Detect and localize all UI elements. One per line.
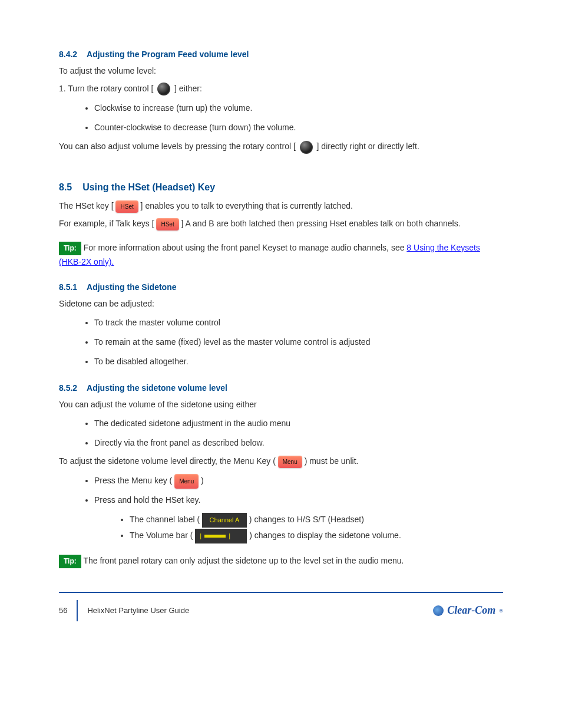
sidetone-options-list: To track the master volume control To re… <box>94 315 503 369</box>
logo-text: Clear-Com <box>447 604 495 617</box>
section-title: Adjusting the Sidetone <box>87 282 176 292</box>
adjust-method-list: The dedicated sidetone adjustment in the… <box>94 416 503 450</box>
section-8-4-2-header: 8.4.2 Adjusting the Program Feed volume … <box>59 50 503 59</box>
registered-trademark-icon: ® <box>499 608 503 614</box>
tip-badge: Tip: <box>59 555 81 568</box>
step-1-prefix: 1. Turn the rotary control [ <box>59 84 153 93</box>
page-info: 56 HelixNet Partyline User Guide <box>59 600 189 621</box>
list-item: To remain at the same (fixed) level as t… <box>94 334 503 350</box>
step-1-suffix: ] either: <box>174 84 202 93</box>
hset-line-2: For example, if Talk keys [ HSet ] A and… <box>59 218 503 230</box>
list-item: Press and hold the HSet key. <box>94 492 503 508</box>
globe-icon <box>433 605 444 616</box>
hset-key-icon: HSet <box>156 218 178 230</box>
section-title: Adjusting the sidetone volume level <box>87 383 227 393</box>
list-item: To be disabled altogether. <box>94 354 503 370</box>
menu-key-icon: Menu <box>278 456 302 468</box>
tip-row: Tip: The front panel rotary can only adj… <box>59 554 503 568</box>
text: ) changes to H/S S/T (Headset) <box>249 515 364 524</box>
tip-row: Tip: For more information about using th… <box>59 241 503 269</box>
list-item: Directly via the front panel as describe… <box>94 435 503 451</box>
hset-line-1: The HSet key [ HSet ] enables you to tal… <box>59 200 503 213</box>
list-item: To track the master volume control <box>94 315 503 331</box>
direct-adjust-text: To adjust the sidetone volume level dire… <box>59 455 503 468</box>
section-8-5-header: 8.5 Using the HSet (Headset) Key <box>59 182 503 193</box>
clearcom-logo: Clear-Com® <box>433 604 503 617</box>
channel-label-display: Channel A <box>202 513 247 528</box>
text: ) <box>201 476 204 485</box>
volume-bar-left-marker: | <box>200 532 201 539</box>
volume-bar-display: | | <box>195 529 247 543</box>
tip-badge: Tip: <box>59 242 81 255</box>
step-2-prefix: You can also adjust volume levels by pre… <box>59 141 296 151</box>
intro-text: Sidetone can be adjusted: <box>59 298 503 310</box>
section-num: 8.5.1 <box>59 282 77 292</box>
tip-text: The front panel rotary can only adjust t… <box>83 556 404 565</box>
text: For example, if Talk keys [ <box>59 219 156 228</box>
text: The channel label ( <box>130 515 200 524</box>
section-title: Using the HSet (Headset) Key <box>82 182 215 192</box>
list-item: Counter-clockwise to decrease (turn down… <box>94 120 503 136</box>
text: ) changes to display the sidetone volume… <box>249 531 401 540</box>
menu-key-icon: Menu <box>174 474 199 489</box>
text: ] A and B are both latched then pressing… <box>181 219 461 228</box>
result-list: The channel label ( Channel A ) changes … <box>130 512 503 543</box>
section-8-5-1-header: 8.5.1 Adjusting the Sidetone <box>59 282 503 292</box>
hset-key-icon: HSet <box>115 200 138 213</box>
section-num: 8.5 <box>59 182 72 193</box>
intro-text: You can adjust the volume of the sideton… <box>59 398 503 411</box>
volume-bar-right-marker: | <box>229 532 230 539</box>
page-number: 56 <box>59 606 67 615</box>
tip-text: For more information about using the fro… <box>84 243 407 252</box>
list-item: Clockwise to increase (turn up) the volu… <box>94 100 503 116</box>
direct-method-list: Press the Menu key ( Menu ) Press and ho… <box>94 473 503 508</box>
section-8-5-2-header: 8.5.2 Adjusting the sidetone volume leve… <box>59 383 503 393</box>
text: The Volume bar ( <box>130 531 193 540</box>
text: ] enables you to talk to everything that… <box>141 201 353 210</box>
text: Press the Menu key ( <box>94 476 172 485</box>
step-2-suffix: ] directly right or directly left. <box>317 141 419 151</box>
intro-text: To adjust the volume level: <box>59 65 503 77</box>
text: To adjust the sidetone volume level dire… <box>59 456 276 466</box>
list-item: The Volume bar ( | | ) changes to displa… <box>130 528 503 543</box>
section-num: 8.4.2 <box>59 50 77 59</box>
page-divider <box>77 600 78 621</box>
list-item: The channel label ( Channel A ) changes … <box>130 512 503 528</box>
volume-bar-fill <box>204 535 226 538</box>
doc-title: HelixNet Partyline User Guide <box>87 606 189 615</box>
rotary-direction-list: Clockwise to increase (turn up) the volu… <box>94 100 503 135</box>
list-item: The dedicated sidetone adjustment in the… <box>94 416 503 431</box>
list-item: Press the Menu key ( Menu ) <box>94 473 503 489</box>
section-title: Adjusting the Program Feed volume level <box>87 50 249 59</box>
text: The HSet key [ <box>59 201 115 210</box>
step-1: 1. Turn the rotary control [ ] either: <box>59 82 503 95</box>
section-num: 8.5.2 <box>59 383 77 393</box>
rotary-knob-icon <box>300 141 313 154</box>
step-2: You can also adjust volume levels by pre… <box>59 140 503 153</box>
page-footer: 56 HelixNet Partyline User Guide Clear-C… <box>59 593 503 621</box>
rotary-knob-icon <box>157 83 170 95</box>
text: ) must be unlit. <box>305 456 359 466</box>
